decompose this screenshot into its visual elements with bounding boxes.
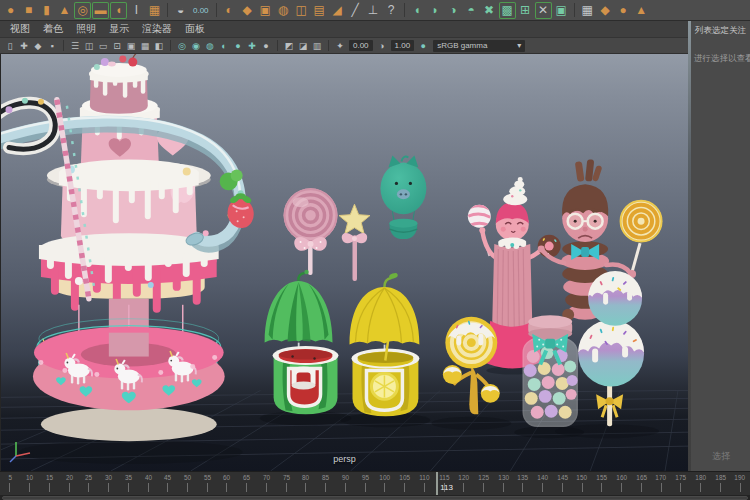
xray-mode-icon[interactable]: ● xyxy=(260,39,272,53)
frame-tick-mark xyxy=(108,483,109,492)
sculpt-smooth-icon[interactable]: ◗ xyxy=(427,2,444,19)
pencil-curve-icon[interactable]: ╱ xyxy=(347,2,364,19)
plugin-b-icon[interactable]: ▥ xyxy=(311,39,323,53)
frame-tick-mark xyxy=(740,483,741,492)
star-wand-model[interactable] xyxy=(339,204,370,281)
curve-revolve-icon[interactable]: ◐ xyxy=(221,2,238,19)
panel-menu-item-3[interactable]: 显示 xyxy=(109,22,129,36)
sculpt-pinch-icon[interactable]: ◓ xyxy=(463,2,480,19)
exposure-field[interactable]: 0.00 xyxy=(349,40,373,51)
panel-menu-item-0[interactable]: 视图 xyxy=(10,22,30,36)
panel-menu-item-4[interactable]: 渲染器 xyxy=(142,22,172,36)
frame-tick: 130 xyxy=(493,472,513,495)
ae-menu-item-0[interactable]: 列表 xyxy=(695,25,712,37)
frame-tick-mark xyxy=(345,483,346,492)
type-tool-icon[interactable]: I xyxy=(128,2,145,19)
panel-divider[interactable] xyxy=(688,21,691,471)
select-camera-icon[interactable]: ▯ xyxy=(4,39,16,53)
lighting-mode-icon[interactable]: ◐ xyxy=(218,39,230,53)
frame-tick-mark xyxy=(49,483,50,492)
frame-tick-number: 100 xyxy=(379,473,390,482)
shelf-toolbar: ●■▮▲◎▬◖I▦◒0.00◐◆▣◍◫▤◢╱⊥?◖◗◑◓✖▩⊞✕▣▦◆●▲ xyxy=(0,0,750,21)
time-slider[interactable]: 5101520253035404550556065707580859095100… xyxy=(0,472,750,495)
frame-tick-number: 135 xyxy=(518,473,529,482)
lollipop-tree-model[interactable] xyxy=(443,317,500,415)
panel-menu-item-2[interactable]: 照明 xyxy=(76,22,96,36)
mirror-cut-icon[interactable]: ▣ xyxy=(553,2,570,19)
sculpt-grab-icon[interactable]: ◑ xyxy=(445,2,462,19)
shadows-mode-icon[interactable]: ● xyxy=(232,39,244,53)
ao-mode-icon[interactable]: ✚ xyxy=(246,39,258,53)
shaded-mode-icon[interactable]: ◉ xyxy=(190,39,202,53)
sculpt-knife-icon[interactable]: ✖ xyxy=(481,2,498,19)
bookmark-icon[interactable]: ▪ xyxy=(46,39,58,53)
pink-lollipop-model[interactable] xyxy=(284,188,338,275)
bridge-tool-icon[interactable]: ▲ xyxy=(633,2,650,19)
film-gate-icon[interactable]: ⊡ xyxy=(111,39,123,53)
ae-menu-item-1[interactable]: 选定 xyxy=(712,25,729,37)
gate-mask-icon[interactable]: ▦ xyxy=(139,39,151,53)
resolution-gate-icon[interactable]: ▣ xyxy=(125,39,137,53)
select-button[interactable]: 选择 xyxy=(712,450,730,463)
poly-disc-icon[interactable]: ◖ xyxy=(110,2,127,19)
frame-tick-mark xyxy=(246,483,247,492)
watermelon-parasol-model[interactable] xyxy=(265,270,339,415)
pin-tool-icon[interactable]: ⊥ xyxy=(365,2,382,19)
image-plane-icon[interactable]: ☰ xyxy=(69,39,81,53)
wireframe-mode-icon[interactable]: ◎ xyxy=(176,39,188,53)
plugin-a-icon[interactable]: ◪ xyxy=(297,39,309,53)
carousel-cake-model[interactable] xyxy=(1,54,256,441)
scene-3d[interactable] xyxy=(1,54,688,471)
poly-ultra-shape-icon[interactable]: ▦ xyxy=(146,2,163,19)
frame-tick-number: 140 xyxy=(537,473,548,482)
sculpt-erase-icon[interactable]: ✕ xyxy=(535,2,552,19)
append-poly-icon[interactable]: ● xyxy=(615,2,632,19)
color-managed-icon[interactable]: ● xyxy=(417,39,429,53)
poly-cylinder-icon[interactable]: ▮ xyxy=(38,2,55,19)
frame-tick-number: 175 xyxy=(675,473,686,482)
lemon-parasol-model[interactable] xyxy=(349,272,419,416)
frame-tick-number: 35 xyxy=(125,473,132,482)
range-bar[interactable] xyxy=(2,496,748,500)
paint-tool-icon[interactable]: ◆ xyxy=(597,2,614,19)
frame-tick: 80 xyxy=(296,472,316,495)
make-live-grid-icon[interactable]: ▦ xyxy=(579,2,596,19)
panel-menu-item-1[interactable]: 着色 xyxy=(43,22,63,36)
poly-cone-icon[interactable]: ▲ xyxy=(56,2,73,19)
ae-menu-item-2[interactable]: 关注 xyxy=(729,25,746,37)
playhead[interactable] xyxy=(436,472,438,495)
textured-mode-icon[interactable]: ◍ xyxy=(204,39,216,53)
poly-plane-icon[interactable]: ▬ xyxy=(92,2,109,19)
exposure-icon[interactable]: ✦ xyxy=(334,39,346,53)
single-pane-icon[interactable]: ▭ xyxy=(97,39,109,53)
poly-cube-icon[interactable]: ■ xyxy=(20,2,37,19)
isolate-select-icon[interactable]: ◩ xyxy=(283,39,295,53)
camera-attrs-icon[interactable]: ◆ xyxy=(32,39,44,53)
sculpt-frame-icon[interactable]: ⊞ xyxy=(517,2,534,19)
lattice-deform-icon[interactable]: ▤ xyxy=(311,2,328,19)
gamma-field[interactable]: 1.00 xyxy=(391,40,415,51)
wedge-face-icon[interactable]: ◢ xyxy=(329,2,346,19)
snap-magnet-icon[interactable]: ◒ xyxy=(172,2,189,19)
viewport-persp[interactable]: persp xyxy=(0,54,688,471)
poly-sphere-icon[interactable]: ● xyxy=(2,2,19,19)
colorspace-dropdown[interactable]: sRGB gamma▾ xyxy=(433,40,525,52)
panel-menu-item-5[interactable]: 面板 xyxy=(185,22,205,36)
frame-tick-number: 130 xyxy=(498,473,509,482)
pig-balloon-model[interactable] xyxy=(380,156,426,240)
two-panes-icon[interactable]: ◫ xyxy=(83,39,95,53)
range-slider[interactable] xyxy=(0,495,750,500)
field-chart-icon[interactable]: ◧ xyxy=(153,39,165,53)
help-tool-icon[interactable]: ? xyxy=(383,2,400,19)
mirror-geometry-icon[interactable]: ◫ xyxy=(293,2,310,19)
frame-tick-number: 15 xyxy=(46,473,53,482)
gamma-icon[interactable]: ◑ xyxy=(376,39,388,53)
lock-camera-icon[interactable]: ✚ xyxy=(18,39,30,53)
quad-patch-icon[interactable]: ▣ xyxy=(257,2,274,19)
poly-torus-icon[interactable]: ◎ xyxy=(74,2,91,19)
candy-jar-model[interactable] xyxy=(523,315,577,426)
smooth-mesh-icon[interactable]: ◍ xyxy=(275,2,292,19)
sculpt-sphere-icon[interactable]: ◖ xyxy=(409,2,426,19)
knife-tool-icon[interactable]: ◆ xyxy=(239,2,256,19)
sculpt-mask-icon[interactable]: ▩ xyxy=(499,2,516,19)
